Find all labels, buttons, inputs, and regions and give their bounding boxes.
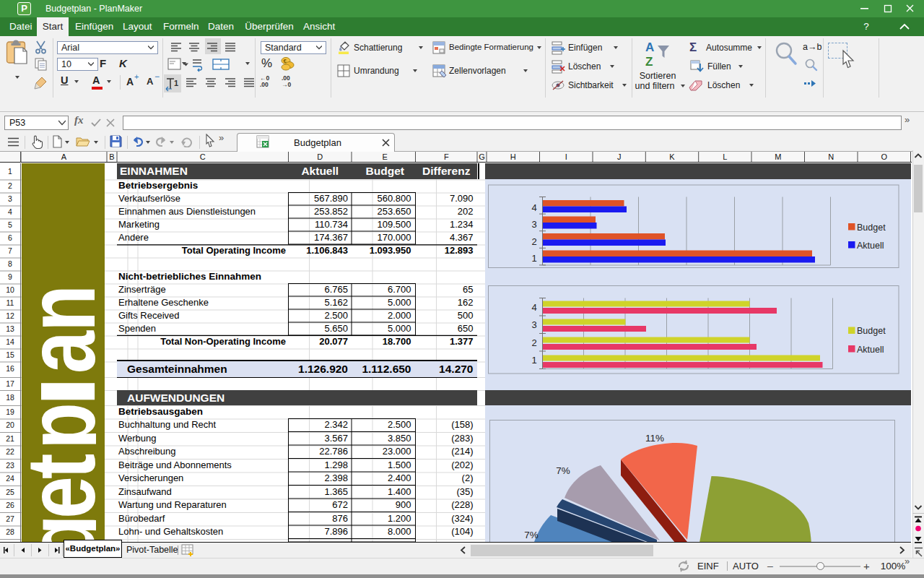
svg-text:Aktuell: Aktuell — [857, 241, 884, 251]
svg-text:Aktuell: Aktuell — [857, 345, 884, 355]
svg-text:1: 1 — [531, 253, 536, 264]
svg-text:7%: 7% — [556, 465, 570, 476]
svg-text:4: 4 — [531, 302, 536, 313]
svg-text:1: 1 — [531, 355, 536, 366]
svg-text:Budget: Budget — [857, 223, 886, 233]
svg-text:2: 2 — [531, 236, 536, 247]
svg-text:7%: 7% — [524, 530, 539, 540]
svg-text:3: 3 — [531, 319, 536, 330]
svg-text:Budget: Budget — [857, 326, 886, 336]
svg-text:3: 3 — [531, 219, 536, 230]
svg-text:2: 2 — [531, 337, 536, 348]
svg-text:4: 4 — [531, 202, 536, 213]
svg-text:11%: 11% — [645, 433, 664, 444]
